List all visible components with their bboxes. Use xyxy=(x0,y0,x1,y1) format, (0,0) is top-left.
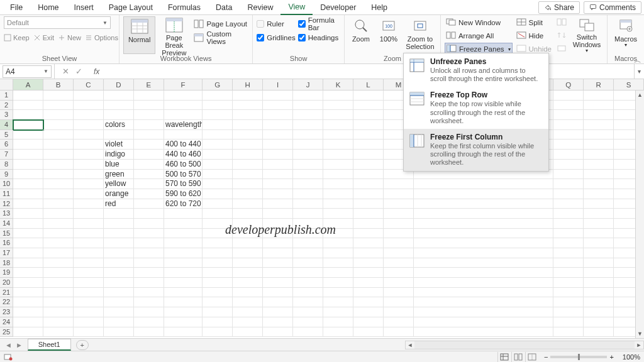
cell[interactable] xyxy=(74,307,104,317)
cell[interactable] xyxy=(584,160,614,170)
col-header-C[interactable]: C xyxy=(74,79,104,90)
cell[interactable] xyxy=(353,288,384,298)
cell[interactable] xyxy=(384,258,414,268)
cell[interactable] xyxy=(74,130,104,140)
cell[interactable] xyxy=(134,170,164,180)
cell[interactable] xyxy=(353,189,384,199)
cell[interactable] xyxy=(553,130,584,140)
cell[interactable] xyxy=(323,170,353,180)
cell[interactable] xyxy=(233,150,263,160)
cell[interactable] xyxy=(203,307,233,317)
cell[interactable] xyxy=(43,258,74,268)
cell[interactable] xyxy=(553,140,584,150)
tab-help[interactable]: Help xyxy=(364,1,395,14)
cell[interactable] xyxy=(43,120,74,130)
cell[interactable]: green xyxy=(104,170,134,180)
cell[interactable] xyxy=(104,130,134,140)
cell[interactable] xyxy=(323,110,353,120)
name-box[interactable]: A4 ▼ xyxy=(3,65,52,78)
cell[interactable] xyxy=(293,268,323,278)
cell[interactable] xyxy=(353,150,384,160)
cell[interactable] xyxy=(104,317,134,327)
cell[interactable] xyxy=(13,238,43,248)
row-header[interactable]: 15 xyxy=(0,229,13,239)
cell[interactable] xyxy=(323,288,353,298)
cell[interactable] xyxy=(164,248,203,258)
cell[interactable] xyxy=(263,101,293,111)
headings-checkbox[interactable]: Headings xyxy=(298,31,340,44)
cell[interactable] xyxy=(353,160,384,170)
col-header-J[interactable]: J xyxy=(293,79,323,90)
cell[interactable] xyxy=(134,130,164,140)
cell[interactable] xyxy=(323,317,353,327)
cell[interactable] xyxy=(74,110,104,120)
cell[interactable] xyxy=(134,150,164,160)
col-header-E[interactable]: E xyxy=(134,79,164,90)
cell[interactable] xyxy=(74,140,104,150)
col-header-G[interactable]: G xyxy=(203,79,233,90)
cell[interactable] xyxy=(553,327,584,337)
cell[interactable] xyxy=(43,199,74,209)
cell[interactable] xyxy=(203,179,233,189)
cell[interactable] xyxy=(293,140,323,150)
cell[interactable]: colors xyxy=(104,120,134,130)
split-button[interactable]: Split xyxy=(515,16,553,29)
cell[interactable] xyxy=(353,238,384,248)
row-header[interactable]: 1 xyxy=(0,90,13,101)
cell[interactable] xyxy=(384,209,414,219)
cell[interactable] xyxy=(584,170,614,180)
cell[interactable] xyxy=(203,101,233,111)
tab-developer[interactable]: Developer xyxy=(313,1,364,14)
cell[interactable] xyxy=(203,130,233,140)
cell[interactable] xyxy=(74,317,104,327)
macros-button[interactable]: Macros▾ xyxy=(611,16,640,54)
cell[interactable] xyxy=(293,209,323,219)
cell[interactable]: 440 to 460 xyxy=(164,150,203,160)
cell[interactable] xyxy=(233,130,263,140)
row-header[interactable]: 11 xyxy=(0,189,13,199)
cell[interactable] xyxy=(134,179,164,189)
cell[interactable] xyxy=(233,258,263,268)
scroll-right-icon[interactable]: ► xyxy=(635,342,643,348)
cell[interactable] xyxy=(74,199,104,209)
custom-views-button[interactable]: Custom Views xyxy=(192,31,248,44)
sheet-view-selector[interactable]: Default ▼ xyxy=(4,16,111,29)
cell[interactable] xyxy=(293,170,323,180)
cell[interactable] xyxy=(134,307,164,317)
cell[interactable] xyxy=(233,278,263,288)
new-window-button[interactable]: New Window xyxy=(445,16,513,29)
cell[interactable] xyxy=(353,120,384,130)
cell[interactable] xyxy=(13,160,43,170)
cell[interactable]: yellow xyxy=(104,179,134,189)
cell[interactable] xyxy=(43,317,74,327)
cell[interactable] xyxy=(353,90,384,101)
row-header[interactable]: 22 xyxy=(0,297,13,307)
gridlines-checkbox[interactable]: Gridlines xyxy=(257,31,295,44)
cell[interactable] xyxy=(164,209,203,219)
cell[interactable] xyxy=(74,219,104,229)
cell[interactable] xyxy=(263,160,293,170)
freeze-top-row-item[interactable]: Freeze Top RowKeep the top row visible w… xyxy=(404,87,548,129)
cell[interactable] xyxy=(353,297,384,307)
cell[interactable] xyxy=(384,229,414,239)
cell[interactable] xyxy=(164,268,203,278)
cell[interactable] xyxy=(134,110,164,120)
cell[interactable] xyxy=(134,90,164,101)
row-header[interactable]: 6 xyxy=(0,140,13,150)
cell[interactable] xyxy=(164,278,203,288)
cell[interactable] xyxy=(13,268,43,278)
cell[interactable] xyxy=(384,317,414,327)
cell[interactable] xyxy=(134,238,164,248)
cell[interactable] xyxy=(134,120,164,130)
cell[interactable] xyxy=(584,229,614,239)
cell[interactable] xyxy=(293,120,323,130)
cell[interactable] xyxy=(263,140,293,150)
row-header[interactable]: 24 xyxy=(0,317,13,327)
cell[interactable] xyxy=(43,101,74,111)
zoom-to-selection-button[interactable]: Zoom to Selection xyxy=(404,16,436,54)
row-header[interactable]: 12 xyxy=(0,199,13,209)
cell[interactable] xyxy=(263,327,293,337)
cell[interactable] xyxy=(104,90,134,101)
zoom-out-icon[interactable]: − xyxy=(544,353,548,361)
cell[interactable] xyxy=(353,199,384,209)
